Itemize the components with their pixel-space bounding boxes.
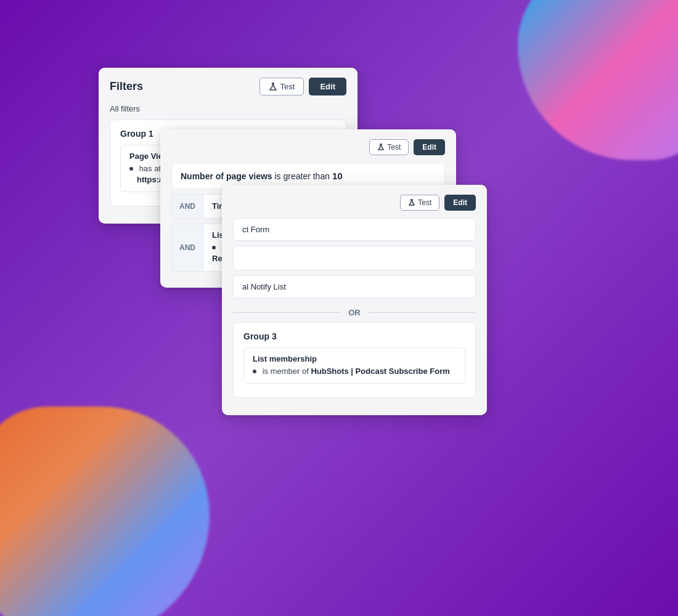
card-3-header: Test Edit: [222, 185, 487, 218]
pageviews-label-bold: Number of page views: [181, 171, 272, 181]
card-3-edit-label: Edit: [453, 198, 467, 207]
page-view-bullet-icon: [129, 167, 133, 171]
card-1-edit-button[interactable]: Edit: [309, 78, 346, 95]
or-label: OR: [348, 308, 361, 317]
card-1-test-button[interactable]: Test: [259, 78, 304, 95]
card-3-partial-item-2: [233, 246, 476, 270]
group-3-box: Group 3 List membership is member of Hub…: [233, 322, 476, 398]
membership-bullet-icon: [212, 246, 216, 249]
card-2-test-label: Test: [387, 143, 401, 152]
pageviews-value: 10: [332, 171, 343, 181]
card-1-header: Filters Test Edit: [99, 68, 357, 103]
card-2-test-button[interactable]: Test: [369, 139, 409, 155]
and-label-session: AND: [171, 194, 203, 219]
or-separator: OR: [233, 303, 476, 322]
group-3-filter-title: List membership: [253, 354, 456, 363]
card-3-partial-item-1: ct Form: [233, 218, 476, 241]
card-2-edit-button[interactable]: Edit: [414, 139, 445, 155]
pageviews-label-rest: is greater than: [274, 171, 332, 181]
card-2-edit-label: Edit: [422, 143, 436, 152]
card-3-partial-item-3: al Notify List: [233, 275, 476, 298]
group-3-bullet-bold: HubShots | Podcast Subscribe Form: [311, 367, 449, 376]
card-1-edit-label: Edit: [320, 82, 335, 91]
card-1-actions: Test Edit: [259, 78, 346, 95]
group-3-bullet-prefix: is member of: [263, 367, 311, 376]
flask-icon-small-2: [377, 144, 385, 151]
card-3-test-button[interactable]: Test: [400, 195, 439, 211]
flask-icon-small: [408, 199, 415, 206]
card-3: Test Edit ct Form al Notify List OR: [222, 185, 487, 415]
cards-wrapper: Test Edit ct Form al Notify List OR: [99, 68, 579, 548]
card-3-body: ct Form al Notify List OR Group 3 List m…: [222, 218, 487, 415]
flask-icon: [269, 83, 277, 91]
group-3-filter-desc: is member of HubShots | Podcast Subscrib…: [253, 366, 456, 377]
card-1-title: Filters: [110, 80, 143, 93]
card-2-actions: Test Edit: [369, 139, 445, 155]
group-3-filter: List membership is member of HubShots | …: [243, 347, 465, 384]
card-3-actions: Test Edit: [400, 195, 476, 211]
card-3-partial-text-3: al Notify List: [242, 282, 286, 291]
and-label-membership: AND: [171, 224, 203, 271]
card-1-test-label: Test: [280, 82, 295, 91]
card-3-partial-text-1: ct Form: [242, 225, 269, 234]
card-3-edit-button[interactable]: Edit: [444, 195, 476, 211]
group-3-title: Group 3: [243, 331, 465, 341]
bullet-icon: [253, 370, 256, 373]
card-3-test-label: Test: [418, 198, 431, 207]
card-2-header: Test Edit: [160, 129, 456, 163]
all-filters-label: All filters: [99, 103, 357, 120]
